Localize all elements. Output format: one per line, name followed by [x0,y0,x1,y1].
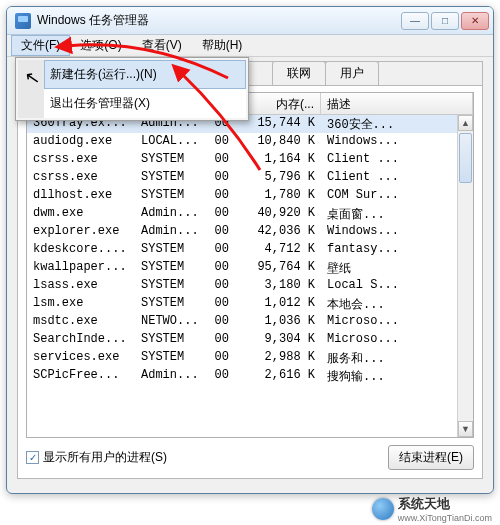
end-process-button[interactable]: 结束进程(E) [388,445,474,470]
cell-user: SYSTEM [135,187,199,205]
close-button[interactable]: ✕ [461,12,489,30]
show-all-users-label: 显示所有用户的进程(S) [43,449,167,466]
cell-mem: 1,780 K [235,187,321,205]
cell-user: SYSTEM [135,295,199,313]
cell-mem: 5,796 K [235,169,321,187]
table-body: 360Tray.ex...Admin...0015,744 K360安全...a… [27,115,473,385]
table-row[interactable]: msdtc.exeNETWO...001,036 KMicroso... [27,313,473,331]
cell-user: SYSTEM [135,349,199,367]
cell-mem: 1,012 K [235,295,321,313]
cell-user: Admin... [135,367,199,385]
cell-cpu: 00 [199,331,235,349]
scroll-thumb[interactable] [459,133,472,183]
tab-users[interactable]: 用户 [325,61,379,85]
titlebar[interactable]: Windows 任务管理器 — □ ✕ [7,7,493,35]
cell-name: msdtc.exe [27,313,135,331]
tab-networking[interactable]: 联网 [272,61,326,85]
cell-cpu: 00 [199,169,235,187]
cell-name: lsm.exe [27,295,135,313]
cell-desc: Microso... [321,331,473,349]
table-row[interactable]: lsass.exeSYSTEM003,180 KLocal S... [27,277,473,295]
menu-options[interactable]: 选项(O) [70,35,131,56]
scroll-down-icon[interactable]: ▼ [458,421,473,437]
checkbox-icon: ✓ [26,451,39,464]
table-row[interactable]: services.exeSYSTEM002,988 K服务和... [27,349,473,367]
cell-user: SYSTEM [135,241,199,259]
cell-name: lsass.exe [27,277,135,295]
cell-cpu: 00 [199,277,235,295]
cell-name: SCPicFree... [27,367,135,385]
cell-mem: 1,164 K [235,151,321,169]
table-row[interactable]: dllhost.exeSYSTEM001,780 KCOM Sur... [27,187,473,205]
table-row[interactable]: csrss.exeSYSTEM001,164 KClient ... [27,151,473,169]
cell-cpu: 00 [199,349,235,367]
cell-desc: 壁纸 [321,259,473,277]
cell-user: SYSTEM [135,277,199,295]
cell-name: csrss.exe [27,151,135,169]
cell-cpu: 00 [199,133,235,151]
menu-view[interactable]: 查看(V) [132,35,192,56]
cell-cpu: 00 [199,187,235,205]
cell-name: dwm.exe [27,205,135,223]
menu-exit[interactable]: 退出任务管理器(X) [44,89,246,118]
minimize-button[interactable]: — [401,12,429,30]
cell-user: SYSTEM [135,331,199,349]
table-row[interactable]: kwallpaper...SYSTEM0095,764 K壁纸 [27,259,473,277]
cell-desc: Client ... [321,151,473,169]
watermark-url: www.XiTongTianDi.com [398,513,492,523]
cell-desc: fantasy... [321,241,473,259]
cell-desc: COM Sur... [321,187,473,205]
table-row[interactable]: audiodg.exeLOCAL...0010,840 KWindows... [27,133,473,151]
cell-name: kwallpaper... [27,259,135,277]
cell-mem: 9,304 K [235,331,321,349]
menu-help[interactable]: 帮助(H) [192,35,253,56]
menubar: 文件(F) 选项(O) 查看(V) 帮助(H) [7,35,493,57]
cell-desc: Microso... [321,313,473,331]
table-row[interactable]: dwm.exeAdmin...0040,920 K桌面窗... [27,205,473,223]
cell-mem: 40,920 K [235,205,321,223]
scroll-up-icon[interactable]: ▲ [458,115,473,131]
cell-name: services.exe [27,349,135,367]
cell-user: SYSTEM [135,259,199,277]
table-row[interactable]: SCPicFree...Admin...002,616 K搜狗输... [27,367,473,385]
cell-name: csrss.exe [27,169,135,187]
table-row[interactable]: kdeskcore....SYSTEM004,712 Kfantasy... [27,241,473,259]
cell-mem: 10,840 K [235,133,321,151]
cell-user: SYSTEM [135,151,199,169]
cell-mem: 2,988 K [235,349,321,367]
cell-name: kdeskcore.... [27,241,135,259]
vertical-scrollbar[interactable]: ▲ ▼ [457,115,473,437]
cell-mem: 4,712 K [235,241,321,259]
window-controls: — □ ✕ [401,12,489,30]
file-menu-dropdown: 新建任务(运行...)(N) 退出任务管理器(X) [15,57,249,121]
cell-desc: Windows... [321,223,473,241]
cell-cpu: 00 [199,151,235,169]
cell-name: SearchInde... [27,331,135,349]
table-row[interactable]: csrss.exeSYSTEM005,796 KClient ... [27,169,473,187]
cell-desc: 服务和... [321,349,473,367]
maximize-button[interactable]: □ [431,12,459,30]
cell-name: explorer.exe [27,223,135,241]
cell-desc: 本地会... [321,295,473,313]
cell-cpu: 00 [199,295,235,313]
table-row[interactable]: lsm.exeSYSTEM001,012 K本地会... [27,295,473,313]
cell-mem: 1,036 K [235,313,321,331]
watermark: 系统天地 www.XiTongTianDi.com [372,495,492,523]
menu-file[interactable]: 文件(F) [11,35,70,56]
cell-mem: 2,616 K [235,367,321,385]
cell-cpu: 00 [199,313,235,331]
cell-user: Admin... [135,223,199,241]
table-row[interactable]: SearchInde...SYSTEM009,304 KMicroso... [27,331,473,349]
cell-cpu: 00 [199,367,235,385]
col-description[interactable]: 描述 [321,93,473,114]
cell-desc: Windows... [321,133,473,151]
app-icon [15,13,31,29]
watermark-icon [372,498,394,520]
show-all-users-checkbox[interactable]: ✓ 显示所有用户的进程(S) [26,449,167,466]
menu-new-task[interactable]: 新建任务(运行...)(N) [44,60,246,89]
cell-cpu: 00 [199,223,235,241]
cell-desc: Client ... [321,169,473,187]
task-manager-window: Windows 任务管理器 — □ ✕ 文件(F) 选项(O) 查看(V) 帮助… [6,6,494,494]
table-row[interactable]: explorer.exeAdmin...0042,036 KWindows... [27,223,473,241]
footer-bar: ✓ 显示所有用户的进程(S) 结束进程(E) [26,444,474,470]
